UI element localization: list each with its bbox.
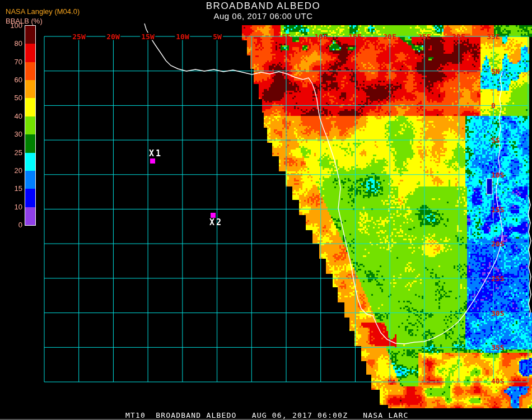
longitude-label: 5W xyxy=(212,33,223,40)
latitude-label: 5S xyxy=(491,137,500,144)
footer-status-text: MT10 BROADBAND ALBEDO AUG 06, 2017 06:00… xyxy=(125,411,409,419)
colorbar-tick-label: 60 xyxy=(3,76,22,84)
marker-label-x2: X2 xyxy=(209,218,223,227)
colorbar-tick-label: 20 xyxy=(3,166,22,174)
latitude-label: 15S xyxy=(491,206,504,213)
colorbar-segment xyxy=(25,116,35,134)
colorbar-tick-label: 25 xyxy=(3,148,22,156)
longitude-label: 10E xyxy=(314,33,327,40)
colorbar-segment xyxy=(25,189,35,207)
colorbar-tick-label: 30 xyxy=(3,130,22,138)
longitude-label: 20E xyxy=(383,33,396,40)
marker-x1 xyxy=(150,158,155,164)
latitude-label: 5N xyxy=(491,68,500,75)
colorbar-tick-label: 70 xyxy=(3,57,22,66)
longitude-label: 15W xyxy=(140,33,155,40)
longitude-label: 25W xyxy=(71,33,86,40)
longitude-label: 30E xyxy=(452,33,465,40)
colorbar xyxy=(25,25,36,226)
longitude-label: 15E xyxy=(348,33,361,40)
data-source-label: NASA Langley (M04.0) xyxy=(6,7,80,16)
colorbar-segment xyxy=(25,207,35,225)
colorbar-tick-label: 15 xyxy=(3,184,22,193)
longitude-label: 25E xyxy=(418,33,431,40)
colorbar-tick-label: 50 xyxy=(3,94,22,102)
colorbar-segment xyxy=(25,44,35,62)
marker-label-x1: X1 xyxy=(149,150,162,158)
colorbar-segment xyxy=(25,153,35,171)
longitude-label: 35E xyxy=(487,33,500,40)
longitude-label: 10W xyxy=(175,33,190,40)
header: BROADBAND ALBEDO Aug 06, 2017 06:00 UTC xyxy=(151,1,375,21)
latitude-label: 40S xyxy=(491,377,504,385)
latitude-label: 20S xyxy=(491,240,504,248)
colorbar-tick-label: 80 xyxy=(3,39,22,48)
latitude-label: 10S xyxy=(491,171,504,179)
colorbar-tick-label: 100 xyxy=(3,21,22,30)
colorbar-segment xyxy=(25,171,35,189)
page-title: BROADBAND ALBEDO xyxy=(151,1,375,11)
latitude-label: 35S xyxy=(491,344,504,351)
latitude-label: 0 xyxy=(491,102,496,109)
colorbar-segment xyxy=(25,80,35,98)
lake xyxy=(487,179,492,194)
coastline xyxy=(528,197,531,317)
colorbar-tick-label: 0 xyxy=(3,221,22,229)
colorbar-tick-label: 10 xyxy=(3,202,22,211)
colorbar-segment xyxy=(25,98,35,116)
page-subtitle: Aug 06, 2017 06:00 UTC xyxy=(151,11,375,21)
longitude-label: 20W xyxy=(105,33,120,40)
colorbar-segment xyxy=(25,134,35,152)
latitude-label: 25S xyxy=(491,275,504,282)
albedo-viewer: BROADBAND ALBEDO Aug 06, 2017 06:00 UTC … xyxy=(0,0,532,420)
colorbar-segment xyxy=(25,26,35,44)
coastline xyxy=(144,24,502,344)
colorbar-segment xyxy=(25,62,35,80)
map-grid-coastline xyxy=(0,0,532,420)
longitude-label: 5E xyxy=(282,33,291,40)
colorbar-tick-label: 40 xyxy=(3,111,22,120)
latitude-label: 30S xyxy=(491,310,504,317)
